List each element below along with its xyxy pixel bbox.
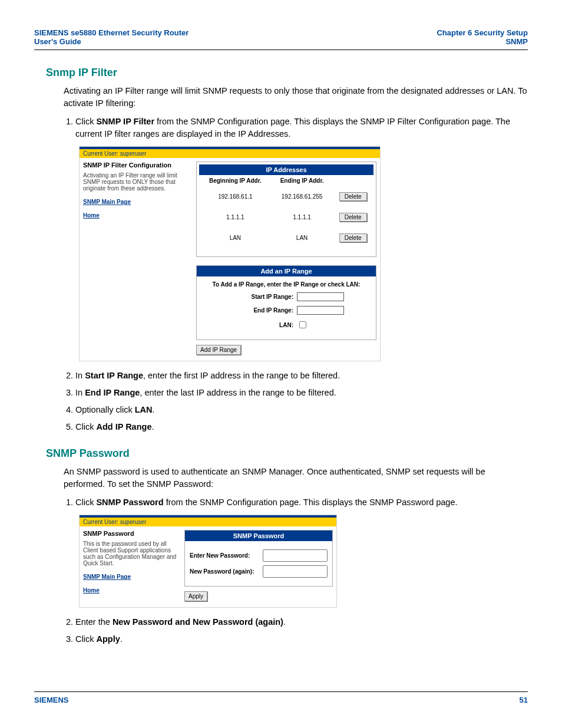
page-footer: SIEMENS 51 (34, 691, 528, 704)
table-row: 1.1.1.1 1.1.1.1 Delete (199, 207, 373, 228)
start-ip-label: Start IP Range: (229, 294, 293, 300)
header-chapter: Chapter 6 Security Setup (437, 28, 528, 37)
start-ip-input[interactable] (297, 292, 344, 301)
delete-button[interactable]: Delete (339, 233, 367, 242)
password-step-2: Enter the New Password and New Password … (75, 616, 528, 628)
screenshot-password: Current User: superuser SNMP Password Th… (79, 515, 337, 608)
end-ip-input[interactable] (297, 306, 344, 315)
lan-label: LAN: (229, 322, 293, 328)
ip-addresses-header: IP Addresses (199, 164, 373, 175)
section-heading-ipfilter: Snmp IP Filter (46, 67, 528, 79)
header-section: SNMP (437, 37, 528, 46)
home-link[interactable]: Home (83, 212, 189, 219)
home-link[interactable]: Home (83, 587, 177, 594)
section-heading-password: SNMP Password (46, 447, 528, 460)
ss-title: SNMP Password (83, 530, 177, 537)
ss-desc: This is the password used by all Client … (83, 541, 177, 566)
apply-button[interactable]: Apply (184, 591, 207, 601)
ipfilter-step-2: In Start IP Range, enter the first IP ad… (75, 370, 528, 382)
ipfilter-step-5: Click Add IP Range. (75, 421, 528, 433)
ipfilter-intro: Activating an IP Filter range will limit… (64, 85, 528, 110)
header-title: SIEMENS se5880 Ethernet Security Router (34, 28, 189, 37)
ipfilter-step-3: In End IP Range, enter the last IP addre… (75, 387, 528, 399)
header-subtitle: User's Guide (34, 37, 189, 46)
col-end: Ending IP Addr. (272, 175, 333, 186)
ipfilter-step-1: Click SNMP IP Filter from the SNMP Confi… (75, 116, 528, 140)
new-password-input[interactable] (263, 549, 328, 562)
current-user-bar: Current User: superuser (80, 518, 336, 526)
password-header: SNMP Password (185, 531, 332, 541)
add-ip-range-button[interactable]: Add IP Range (196, 345, 241, 355)
snmp-main-link[interactable]: SNMP Main Page (83, 574, 177, 580)
delete-button[interactable]: Delete (339, 192, 367, 201)
new-password-label: Enter New Password: (190, 552, 260, 559)
footer-page: 51 (520, 696, 528, 704)
page-header: SIEMENS se5880 Ethernet Security Router … (34, 28, 528, 50)
new-password-again-label: New Password (again): (190, 568, 260, 575)
ss-title: SNMP IP Filter Configuration (83, 162, 189, 169)
add-range-desc: To Add a IP Range, enter the IP Range or… (201, 281, 371, 288)
end-ip-label: End IP Range: (229, 307, 293, 314)
footer-brand: SIEMENS (34, 696, 69, 704)
col-begin: Beginning IP Addr. (199, 175, 272, 186)
current-user-bar: Current User: superuser (80, 149, 380, 158)
ipfilter-step-4: Optionally click LAN. (75, 404, 528, 416)
ss-desc: Activating an IP Filter range will limit… (83, 172, 189, 192)
table-row: 192.168.61.1 192.168.61.255 Delete (199, 186, 373, 207)
password-step-1: Click SNMP Password from the SNMP Config… (75, 496, 528, 509)
new-password-again-input[interactable] (263, 565, 328, 578)
snmp-main-link[interactable]: SNMP Main Page (83, 199, 189, 205)
password-step-3: Click Apply. (75, 633, 528, 645)
lan-checkbox[interactable] (299, 321, 306, 328)
screenshot-ipfilter: Current User: superuser SNMP IP Filter C… (79, 146, 381, 361)
delete-button[interactable]: Delete (339, 213, 367, 222)
add-range-header: Add an IP Range (197, 266, 376, 276)
table-row: LAN LAN Delete (199, 228, 373, 248)
password-intro: An SNMP password is used to authenticate… (64, 466, 528, 490)
